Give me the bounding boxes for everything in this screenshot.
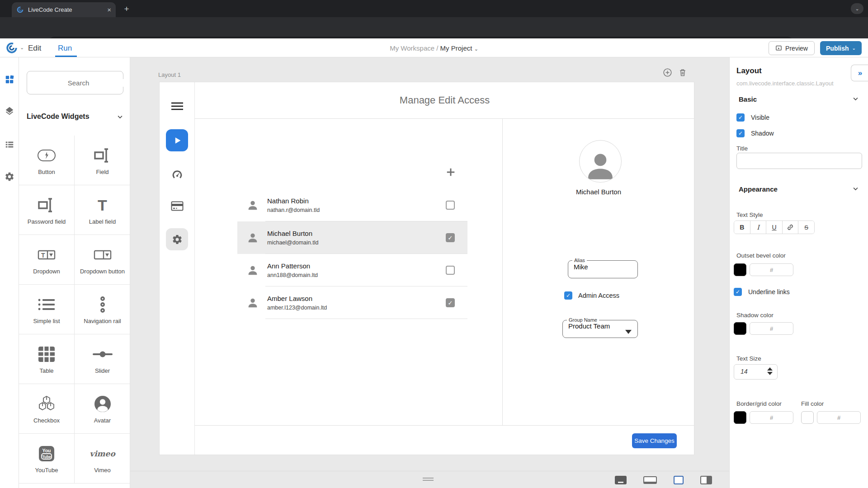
widget-tile-label-field[interactable]: T Label field (75, 185, 130, 235)
visible-row[interactable]: Visible (736, 113, 769, 122)
user-row[interactable]: Nathan Robin nathan.r@domain.tld (237, 189, 467, 221)
widget-tile-navigation-rail[interactable]: Navigation rail (75, 285, 130, 334)
delete-layout-icon[interactable] (678, 68, 687, 77)
alias-field[interactable]: Alias (568, 258, 638, 278)
title-input[interactable] (736, 153, 862, 169)
text-size-label: Text Size (736, 355, 761, 362)
vimeo-widget-icon: vimeo (90, 445, 115, 463)
tab-close-icon[interactable]: × (107, 6, 111, 13)
shadow-color-hex-input[interactable] (750, 322, 793, 335)
user-checkbox[interactable] (446, 266, 455, 275)
collapse-panel-button[interactable]: » (851, 65, 868, 81)
breadcrumb-project[interactable]: My Project (440, 44, 472, 52)
text-size-input[interactable] (741, 368, 765, 375)
tab-search-chevron-icon[interactable]: ⌄ (851, 3, 863, 14)
underline-links-row[interactable]: Underline links (734, 288, 790, 296)
user-checkbox[interactable] (446, 233, 455, 242)
responsive-laptop-icon[interactable] (643, 476, 657, 484)
underline-links-checkbox[interactable] (734, 288, 742, 296)
fill-color-swatch[interactable] (801, 411, 814, 424)
add-user-icon[interactable] (446, 167, 456, 177)
widgets-section-header[interactable]: LiveCode Widgets (27, 113, 123, 121)
settings-nav-button-active[interactable] (166, 228, 188, 250)
user-row[interactable]: Amber Lawson amber.l123@domain.ltd (237, 286, 467, 319)
layers-tab-icon[interactable] (5, 106, 14, 116)
card-nav-icon[interactable] (171, 201, 184, 211)
widget-tile-dropdown[interactable]: T Dropdown (19, 235, 75, 285)
settings-tab-icon[interactable] (5, 172, 14, 182)
widget-tile-checkbox[interactable]: Checkbox (19, 384, 75, 434)
outset-bevel-color-swatch[interactable] (734, 263, 746, 276)
text-size-stepper[interactable] (767, 367, 773, 375)
add-layout-icon[interactable] (663, 68, 672, 77)
basic-section-chevron-icon[interactable] (852, 95, 859, 102)
widget-tile-avatar[interactable]: Avatar (75, 384, 130, 434)
shadow-row[interactable]: Shadow (736, 129, 774, 137)
stepper-down-icon[interactable] (767, 372, 773, 375)
user-row[interactable]: Ann Patterson ann188@domain.ltd (237, 254, 467, 286)
underline-button[interactable]: U (766, 221, 783, 234)
link-button[interactable] (783, 221, 799, 234)
widget-tile-dropdown-button[interactable]: Dropdown button (75, 235, 130, 285)
play-nav-button[interactable] (166, 129, 188, 151)
dashboard-speedometer-icon[interactable] (171, 169, 183, 181)
publish-button[interactable]: Publish ⌄ (820, 41, 862, 55)
widget-tile-button[interactable]: Button (19, 136, 75, 185)
browser-tab[interactable]: LiveCode Create × (12, 2, 116, 17)
appearance-section-header[interactable]: Appearance (739, 185, 778, 193)
widget-tile-youtube[interactable]: YouTube YouTube (19, 434, 75, 483)
records-tab-icon[interactable] (5, 140, 14, 150)
search-input[interactable] (33, 79, 123, 87)
field-widget-icon (94, 146, 112, 164)
widgets-tab-icon[interactable] (5, 75, 14, 84)
stepper-up-icon[interactable] (767, 367, 773, 371)
resize-handle[interactable] (423, 478, 434, 481)
alias-input[interactable] (574, 263, 632, 271)
italic-button[interactable]: I (750, 221, 767, 234)
widget-search-box[interactable] (27, 71, 123, 94)
responsive-desktop-icon[interactable] (615, 476, 627, 484)
breadcrumb-chevron-icon[interactable]: ⌄ (474, 46, 478, 52)
alias-label: Alias (572, 258, 587, 263)
appearance-section-chevron-icon[interactable] (852, 185, 859, 192)
shadow-checkbox[interactable] (736, 129, 745, 137)
widget-tile-vimeo[interactable]: vimeo Vimeo (75, 434, 130, 483)
admin-access-checkbox[interactable] (564, 291, 572, 300)
preview-button[interactable]: Preview (769, 41, 815, 55)
breadcrumb-workspace[interactable]: My Workspace (390, 44, 434, 52)
border-grid-hex-input[interactable] (750, 411, 793, 424)
group-name-select[interactable]: Group Name Product Team (562, 317, 638, 338)
border-grid-color-swatch[interactable] (734, 411, 746, 424)
visible-checkbox[interactable] (736, 113, 745, 122)
basic-section-header[interactable]: Basic (739, 95, 757, 103)
admin-access-row[interactable]: Admin Access (564, 291, 619, 300)
widget-tile-simple-list[interactable]: Simple list (19, 285, 75, 334)
widgets-section-chevron-icon[interactable] (117, 113, 123, 120)
responsive-tablet-icon-active[interactable] (674, 476, 684, 484)
hamburger-menu-icon[interactable] (171, 102, 183, 110)
breadcrumb[interactable]: My Workspace / My Project ⌄ (0, 44, 868, 52)
fill-color-hex-input[interactable] (817, 411, 861, 424)
user-row[interactable]: Michael Burton michael@domain.tld (237, 221, 467, 254)
save-changes-button[interactable]: Save Changes (632, 433, 677, 448)
text-size-field[interactable] (734, 364, 778, 380)
new-tab-button[interactable]: + (121, 4, 132, 14)
outset-bevel-hex-input[interactable] (750, 263, 793, 276)
layout-canvas[interactable]: Manage Edit Access Nathan Robin nathan.r… (159, 82, 694, 455)
shadow-color-swatch[interactable] (734, 322, 746, 335)
widgets-section-title: LiveCode Widgets (27, 113, 117, 121)
layout-label[interactable]: Layout 1 (158, 71, 181, 78)
user-checkbox[interactable] (446, 201, 455, 210)
breadcrumb-separator: / (436, 44, 438, 52)
widget-tile-slider[interactable]: Slider (75, 334, 130, 384)
bold-button[interactable]: B (734, 221, 750, 234)
widget-tile-field[interactable]: Field (75, 136, 130, 185)
responsive-split-view-icon[interactable] (700, 476, 712, 484)
strikethrough-button[interactable]: S (798, 221, 814, 234)
user-checkbox[interactable] (446, 298, 455, 307)
widget-tile-table[interactable]: Table (19, 334, 75, 384)
widget-tile-password-field[interactable]: Password field (19, 185, 75, 235)
dropdown-widget-icon: T (38, 246, 56, 264)
avatar-widget-icon (94, 395, 111, 413)
title-field-label: Title (736, 145, 748, 152)
